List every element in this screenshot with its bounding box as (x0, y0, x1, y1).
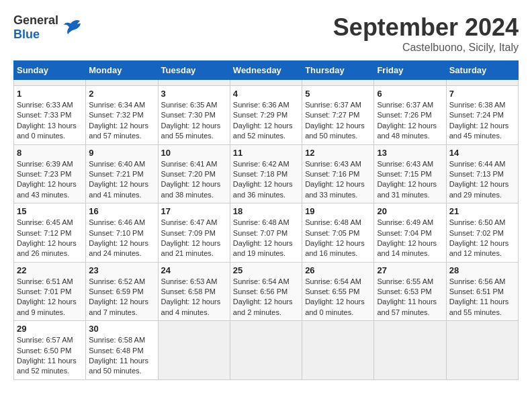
daylight-text: Daylight: 11 hours and 52 minutes. (17, 357, 77, 375)
daylight-text: Daylight: 12 hours and 43 minutes. (17, 180, 77, 198)
daylight-text: Daylight: 12 hours and 0 minutes. (305, 298, 365, 316)
sunrise-text: Sunrise: 6:36 AM (233, 101, 290, 109)
day-number: 28 (449, 265, 515, 275)
day-info: Sunrise: 6:39 AMSunset: 7:23 PMDaylight:… (17, 159, 83, 201)
day-number: 19 (305, 206, 371, 216)
daylight-text: Daylight: 13 hours and 0 minutes. (17, 122, 77, 140)
sunrise-text: Sunrise: 6:51 AM (17, 277, 73, 285)
col-sunday: Sunday (14, 61, 86, 80)
day-number: 27 (377, 265, 443, 275)
day-info: Sunrise: 6:56 AMSunset: 6:51 PMDaylight:… (449, 277, 515, 318)
day-number: 22 (17, 265, 83, 275)
sunset-text: Sunset: 7:29 PM (233, 111, 287, 119)
sunset-text: Sunset: 7:20 PM (161, 170, 216, 178)
daylight-text: Daylight: 12 hours and 4 minutes. (161, 298, 221, 316)
daylight-text: Daylight: 12 hours and 24 minutes. (89, 239, 148, 257)
sunset-text: Sunset: 7:12 PM (17, 229, 71, 237)
daylight-text: Daylight: 11 hours and 57 minutes. (377, 298, 437, 316)
day-number: 20 (377, 206, 443, 216)
daylight-text: Daylight: 12 hours and 7 minutes. (89, 298, 148, 316)
calendar-cell: 14Sunrise: 6:44 AMSunset: 7:13 PMDayligh… (446, 144, 518, 203)
day-number: 3 (161, 89, 227, 99)
calendar-cell (158, 321, 230, 380)
calendar-cell (230, 80, 302, 86)
daylight-text: Daylight: 12 hours and 16 minutes. (305, 239, 365, 257)
day-number: 29 (17, 324, 83, 334)
day-number: 10 (161, 148, 227, 158)
sunrise-text: Sunrise: 6:40 AM (89, 160, 145, 168)
calendar-cell: 24Sunrise: 6:53 AMSunset: 6:58 PMDayligh… (158, 262, 230, 321)
sunrise-text: Sunrise: 6:56 AM (449, 277, 506, 285)
calendar-week-1: 1Sunrise: 6:33 AMSunset: 7:33 PMDaylight… (14, 86, 519, 145)
calendar-cell: 22Sunrise: 6:51 AMSunset: 7:01 PMDayligh… (14, 262, 86, 321)
daylight-text: Daylight: 12 hours and 29 minutes. (449, 180, 509, 198)
calendar-cell: 11Sunrise: 6:42 AMSunset: 7:18 PMDayligh… (230, 144, 302, 203)
day-info: Sunrise: 6:51 AMSunset: 7:01 PMDaylight:… (17, 277, 83, 318)
day-info: Sunrise: 6:35 AMSunset: 7:30 PMDaylight:… (161, 100, 227, 142)
daylight-text: Daylight: 12 hours and 21 minutes. (161, 239, 221, 257)
sunset-text: Sunset: 6:56 PM (233, 287, 287, 295)
sunset-text: Sunset: 7:07 PM (233, 229, 287, 237)
sunset-text: Sunset: 7:09 PM (161, 229, 216, 237)
calendar-cell: 13Sunrise: 6:43 AMSunset: 7:15 PMDayligh… (374, 144, 446, 203)
day-number: 7 (449, 89, 515, 99)
calendar-cell (230, 321, 302, 380)
day-info: Sunrise: 6:42 AMSunset: 7:18 PMDaylight:… (233, 159, 299, 201)
calendar-cell: 26Sunrise: 6:54 AMSunset: 6:55 PMDayligh… (302, 262, 374, 321)
calendar-cell (446, 321, 518, 380)
day-info: Sunrise: 6:55 AMSunset: 6:53 PMDaylight:… (377, 277, 443, 318)
calendar-cell: 9Sunrise: 6:40 AMSunset: 7:21 PMDaylight… (86, 144, 158, 203)
day-info: Sunrise: 6:53 AMSunset: 6:58 PMDaylight:… (161, 277, 227, 318)
sunrise-text: Sunrise: 6:34 AM (89, 101, 145, 109)
day-number: 2 (89, 89, 154, 99)
calendar-cell: 20Sunrise: 6:49 AMSunset: 7:04 PMDayligh… (374, 203, 446, 263)
day-number: 8 (17, 148, 83, 158)
day-number: 30 (89, 324, 154, 334)
calendar-cell: 17Sunrise: 6:47 AMSunset: 7:09 PMDayligh… (158, 203, 230, 263)
calendar-cell: 30Sunrise: 6:58 AMSunset: 6:48 PMDayligh… (86, 321, 158, 380)
sunset-text: Sunset: 7:33 PM (17, 111, 71, 119)
col-thursday: Thursday (302, 61, 374, 80)
col-tuesday: Tuesday (158, 61, 230, 80)
day-info: Sunrise: 6:34 AMSunset: 7:32 PMDaylight:… (89, 100, 154, 142)
calendar-body: 1Sunrise: 6:33 AMSunset: 7:33 PMDaylight… (14, 80, 519, 380)
sunrise-text: Sunrise: 6:42 AM (233, 160, 290, 168)
sunrise-text: Sunrise: 6:37 AM (377, 101, 433, 109)
calendar-table: Sunday Monday Tuesday Wednesday Thursday… (13, 60, 519, 380)
logo-general: General (13, 13, 58, 28)
day-info: Sunrise: 6:41 AMSunset: 7:20 PMDaylight:… (161, 159, 227, 201)
day-info: Sunrise: 6:50 AMSunset: 7:02 PMDaylight:… (449, 218, 515, 259)
sunset-text: Sunset: 6:48 PM (89, 347, 143, 355)
sunrise-text: Sunrise: 6:33 AM (17, 101, 73, 109)
sunset-text: Sunset: 6:50 PM (17, 347, 71, 355)
sunset-text: Sunset: 7:15 PM (377, 170, 431, 178)
daylight-text: Daylight: 12 hours and 31 minutes. (377, 180, 437, 198)
sunrise-text: Sunrise: 6:52 AM (89, 277, 145, 285)
sunrise-text: Sunrise: 6:48 AM (233, 218, 290, 226)
day-number: 5 (305, 89, 371, 99)
day-info: Sunrise: 6:37 AMSunset: 7:26 PMDaylight:… (377, 100, 443, 142)
daylight-text: Daylight: 12 hours and 57 minutes. (89, 122, 148, 140)
sunrise-text: Sunrise: 6:39 AM (17, 160, 73, 168)
daylight-text: Daylight: 12 hours and 12 minutes. (449, 239, 509, 257)
header-row: Sunday Monday Tuesday Wednesday Thursday… (14, 61, 519, 80)
calendar-cell: 23Sunrise: 6:52 AMSunset: 6:59 PMDayligh… (86, 262, 158, 321)
day-number: 11 (233, 148, 299, 158)
sunrise-text: Sunrise: 6:57 AM (17, 336, 73, 344)
sunrise-text: Sunrise: 6:43 AM (305, 160, 361, 168)
sunrise-text: Sunrise: 6:54 AM (305, 277, 361, 285)
sunset-text: Sunset: 7:05 PM (305, 229, 359, 237)
daylight-text: Daylight: 12 hours and 38 minutes. (161, 180, 221, 198)
calendar-cell: 8Sunrise: 6:39 AMSunset: 7:23 PMDaylight… (14, 144, 86, 203)
daylight-text: Daylight: 12 hours and 36 minutes. (233, 180, 293, 198)
daylight-text: Daylight: 12 hours and 9 minutes. (17, 298, 77, 316)
sunrise-text: Sunrise: 6:47 AM (161, 218, 218, 226)
calendar-cell: 27Sunrise: 6:55 AMSunset: 6:53 PMDayligh… (374, 262, 446, 321)
sunrise-text: Sunrise: 6:55 AM (377, 277, 433, 285)
calendar-cell: 19Sunrise: 6:48 AMSunset: 7:05 PMDayligh… (302, 203, 374, 263)
sunset-text: Sunset: 7:30 PM (161, 111, 216, 119)
sunset-text: Sunset: 6:51 PM (449, 287, 504, 295)
sunset-text: Sunset: 6:53 PM (377, 287, 431, 295)
day-number: 14 (449, 148, 515, 158)
day-number: 12 (305, 148, 371, 158)
